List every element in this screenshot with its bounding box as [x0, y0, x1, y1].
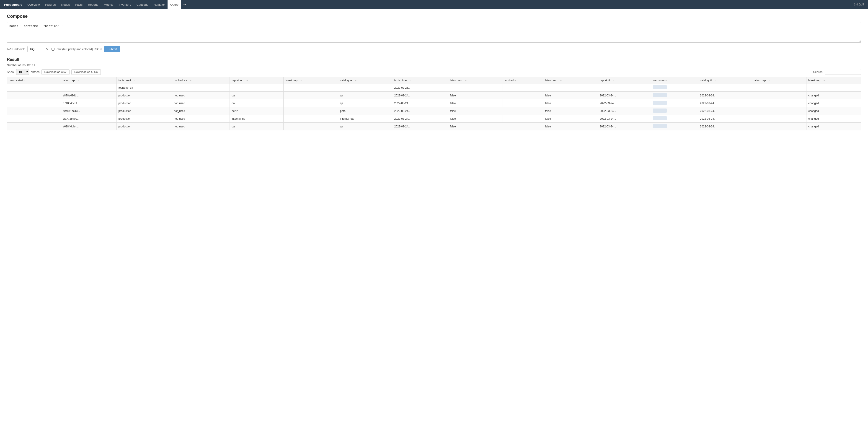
- nav-failures[interactable]: Failures: [42, 0, 58, 9]
- table-cell: 2022-03-24...: [392, 99, 448, 107]
- raw-json-label[interactable]: Raw (but pretty and colored) JSON: [52, 48, 102, 51]
- table-cell: [503, 84, 543, 92]
- col-report-en[interactable]: report_en...: [230, 77, 284, 84]
- table-cell: [752, 99, 806, 107]
- search-input[interactable]: [825, 69, 861, 75]
- search-row: Search:: [813, 69, 861, 75]
- col-latest-rep-3[interactable]: latest_rep...: [448, 77, 503, 84]
- download-csv-button[interactable]: Download as CSV: [41, 69, 69, 75]
- col-latest-rep-6[interactable]: latest_rep...: [806, 77, 861, 84]
- table-cell: 2022-03-24...: [598, 92, 651, 99]
- table-cell: false: [543, 107, 598, 115]
- table-cell: 2022-03-24...: [598, 107, 651, 115]
- table-cell: e878e68db...: [61, 92, 117, 99]
- table-cell: [752, 107, 806, 115]
- table-cell: not_used: [172, 115, 230, 123]
- table-cell: [284, 115, 338, 123]
- api-endpoint-label: API Endpoint:: [7, 48, 25, 51]
- table-cell: 2022-03-24...: [698, 99, 752, 107]
- table-cell: [503, 92, 543, 99]
- table-cell: f0cf871ac43...: [61, 107, 117, 115]
- nav-overview[interactable]: Overview: [25, 0, 42, 9]
- col-certname[interactable]: certname: [651, 77, 698, 84]
- table-cell: [284, 107, 338, 115]
- api-endpoint-select[interactable]: PQL nodes facts resources reports catalo…: [27, 46, 49, 52]
- table-cell: not_used: [172, 99, 230, 107]
- raw-json-checkbox[interactable]: [52, 48, 55, 51]
- app-version: 3.4.0rc5: [854, 3, 866, 6]
- col-latest-rep-1[interactable]: latest_rep...: [61, 77, 117, 84]
- col-facts-time[interactable]: facts_time...: [392, 77, 448, 84]
- table-header-row: deactivated latest_rep... facts_envi... …: [7, 77, 861, 84]
- nav-radiator[interactable]: Radiator: [151, 0, 167, 9]
- result-title: Result: [7, 57, 861, 62]
- table-cell: perf2: [230, 107, 284, 115]
- table-cell: internal_qa: [230, 115, 284, 123]
- nav-tab-star[interactable]: * ▾: [181, 3, 188, 6]
- table-cell: [806, 84, 861, 92]
- table-cell: 2022-03-24...: [598, 123, 651, 130]
- nav-catalogs[interactable]: Catalogs: [134, 0, 151, 9]
- table-cell: qa: [338, 92, 392, 99]
- col-latest-rep-4[interactable]: latest_rep...: [543, 77, 598, 84]
- table-cell: false: [543, 92, 598, 99]
- table-cell: false: [448, 99, 503, 107]
- table-cell: 2022-03-24...: [698, 123, 752, 130]
- navbar: Puppetboard Overview Failures Nodes Fact…: [0, 0, 868, 9]
- col-report-ti[interactable]: report_ti...: [598, 77, 651, 84]
- table-cell: 2022-03-24...: [392, 123, 448, 130]
- table-cell: [7, 99, 61, 107]
- table-cell: [543, 84, 598, 92]
- table-cell: [284, 99, 338, 107]
- show-label: Show: [7, 70, 14, 73]
- table-cell: [651, 107, 698, 115]
- nav-query[interactable]: Query: [167, 0, 181, 9]
- col-catalog-ti[interactable]: catalog_ti...: [698, 77, 752, 84]
- download-xlsx-button[interactable]: Download as XLSX: [71, 69, 101, 75]
- table-cell: [598, 84, 651, 92]
- table-cell: qa: [230, 123, 284, 130]
- nav-inventory[interactable]: Inventory: [116, 0, 133, 9]
- col-deactivated[interactable]: deactivated: [7, 77, 61, 84]
- col-facts-envi[interactable]: facts_envi...: [117, 77, 172, 84]
- table-cell: 2022-02-25...: [392, 84, 448, 92]
- table-cell: not_used: [172, 92, 230, 99]
- table-cell: [752, 123, 806, 130]
- table-cell: not_used: [172, 107, 230, 115]
- show-entries-select[interactable]: 10 25 50 100: [16, 69, 29, 75]
- table-cell: [284, 92, 338, 99]
- table-cell: qa: [230, 99, 284, 107]
- table-cell: false: [543, 99, 598, 107]
- result-count: Number of results: 11: [7, 63, 861, 67]
- query-textarea[interactable]: nodes { certname ~ "bastion" }: [7, 22, 861, 42]
- table-cell: 2022-03-24...: [698, 107, 752, 115]
- col-cached-ca[interactable]: cached_ca...: [172, 77, 230, 84]
- nav-facts[interactable]: Facts: [72, 0, 85, 9]
- table-cell: changed: [806, 107, 861, 115]
- col-expired[interactable]: expired: [503, 77, 543, 84]
- results-table: deactivated latest_rep... facts_envi... …: [7, 77, 861, 130]
- table-cell: [503, 107, 543, 115]
- brand[interactable]: Puppetboard: [2, 3, 25, 6]
- table-cell: production: [117, 123, 172, 130]
- table-cell: 2022-03-24...: [598, 115, 651, 123]
- table-cell: false: [448, 115, 503, 123]
- table-cell: qa: [338, 99, 392, 107]
- table-cell: [503, 115, 543, 123]
- submit-button[interactable]: Submit: [104, 46, 120, 52]
- nav-metrics[interactable]: Metrics: [101, 0, 116, 9]
- table-cell: [752, 115, 806, 123]
- table-cell: [61, 84, 117, 92]
- nav-nodes[interactable]: Nodes: [59, 0, 73, 9]
- table-cell: [651, 84, 698, 92]
- table-cell: perf2: [338, 107, 392, 115]
- table-cell: changed: [806, 99, 861, 107]
- col-catalog-e[interactable]: catalog_e...: [338, 77, 392, 84]
- col-latest-rep-2[interactable]: latest_rep...: [284, 77, 338, 84]
- nav-reports[interactable]: Reports: [85, 0, 101, 9]
- col-latest-rep-5[interactable]: latest_rep...: [752, 77, 806, 84]
- table-cell: false: [448, 123, 503, 130]
- table-cell: [284, 84, 338, 92]
- table-cell: changed: [806, 92, 861, 99]
- table-controls-left: Show 10 25 50 100 entries Download as CS…: [7, 69, 101, 75]
